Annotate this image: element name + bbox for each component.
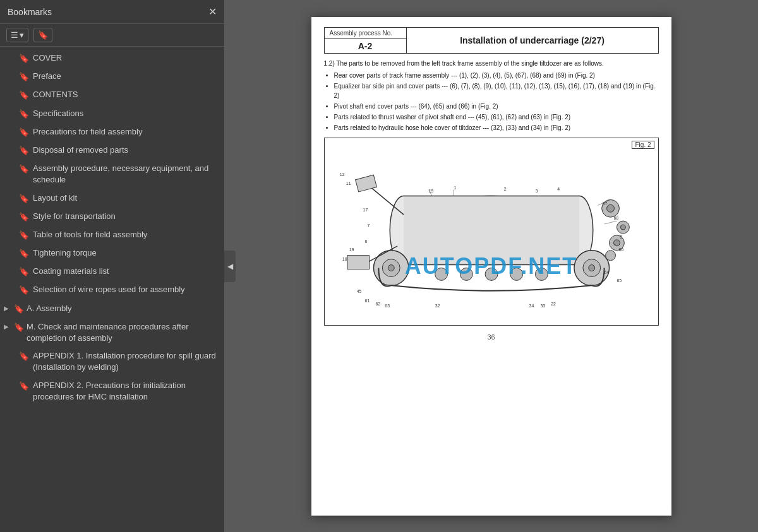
svg-point-22 [606, 204, 614, 212]
sidebar-item-appendix1[interactable]: 🔖 APPENDIX 1. Installation procedure for… [0, 347, 224, 376]
bullet-2: Equalizer bar side pin and cover parts -… [334, 81, 659, 100]
sidebar-item-style-transport[interactable]: 🔖 Style for transportation [0, 208, 224, 226]
sidebar-collapse-handle[interactable]: ◀ [224, 251, 236, 282]
sidebar-item-label: Disposal of removed parts [33, 145, 219, 156]
sidebar-item-label: CONTENTS [33, 89, 219, 100]
bookmark-view-button[interactable]: 🔖 [33, 28, 52, 42]
bullet-1: Rear cover parts of track frame assembly… [334, 71, 659, 80]
bookmark-icon-a-assembly: 🔖 [14, 304, 24, 315]
sidebar-item-label: Tightening torque [33, 247, 219, 259]
svg-text:3: 3 [535, 189, 538, 193]
expand-arrow-a-assembly: ▶ [4, 304, 11, 313]
sidebar-item-coating[interactable]: 🔖 Coating materials list [0, 263, 224, 281]
bookmark-icon-m-check: 🔖 [14, 322, 24, 333]
sidebar-item-label: A. Assembly [27, 303, 219, 314]
figure-diagram: 12 11 15 1 2 3 4 17 7 6 19 18 67 68 5 66… [328, 142, 654, 319]
sidebar-item-label: Specifications [33, 108, 219, 119]
sidebar-item-label: Precautions for field assembly [33, 126, 219, 138]
svg-text:17: 17 [363, 208, 368, 212]
sidebar-item-label: Preface [33, 71, 219, 82]
bookmark-icon-coating: 🔖 [19, 266, 29, 278]
svg-text:5: 5 [620, 234, 622, 239]
sidebar-item-contents[interactable]: 🔖 CONTENTS [0, 86, 224, 104]
sidebar-item-label: APPENDIX 1. Installation procedure for s… [33, 350, 219, 373]
bookmark-icon-disposal: 🔖 [19, 145, 29, 157]
sidebar-item-a-assembly[interactable]: ▶ 🔖 A. Assembly [0, 300, 224, 318]
sidebar-item-tightening-torque[interactable]: 🔖 Tightening torque [0, 244, 224, 263]
page-title: Installation of undercarriage (2/27) [406, 27, 658, 53]
svg-text:45: 45 [356, 289, 361, 293]
bookmark-icon-layout: 🔖 [19, 193, 29, 204]
doc-content: 1.2) The parts to be removed from the le… [324, 59, 659, 133]
svg-point-26 [613, 239, 620, 245]
svg-line-57 [604, 221, 617, 224]
sidebar-title: Bookmarks [8, 7, 52, 17]
bookmark-icon-tools: 🔖 [19, 230, 29, 241]
bookmark-icon-torque: 🔖 [19, 248, 29, 259]
expand-arrow-m-check: ▶ [4, 322, 11, 331]
sidebar-toolbar: ☰ ▾ 🔖 [0, 24, 224, 47]
close-button[interactable]: ✕ [208, 7, 217, 17]
bookmark-icon-cover: 🔖 [19, 53, 29, 64]
bookmark-icon-wire: 🔖 [19, 285, 29, 296]
sidebar-item-appendix2[interactable]: 🔖 APPENDIX 2. Precautions for initializa… [0, 377, 224, 406]
list-view-button[interactable]: ☰ ▾ [6, 28, 28, 42]
sidebar-item-preface[interactable]: 🔖 Preface [0, 68, 224, 86]
svg-text:19: 19 [349, 247, 354, 251]
assembly-header-table: Assembly process No. Installation of und… [324, 27, 659, 54]
content-intro: 1.2) The parts to be removed from the le… [324, 59, 659, 68]
sidebar-item-label: Style for transportation [33, 211, 219, 222]
dropdown-arrow-icon: ▾ [20, 30, 24, 40]
sidebar-item-disposal[interactable]: 🔖 Disposal of removed parts [0, 141, 224, 160]
bookmark-icon-precautions: 🔖 [19, 127, 29, 138]
svg-text:32: 32 [435, 304, 440, 308]
sidebar-item-m-check[interactable]: ▶ 🔖 M. Check and maintenance procedures … [0, 318, 224, 347]
svg-text:62: 62 [375, 302, 380, 306]
svg-text:18: 18 [342, 256, 347, 261]
svg-point-13 [460, 268, 472, 280]
svg-text:34: 34 [529, 304, 534, 308]
sidebar-item-precautions-field[interactable]: 🔖 Precautions for field assembly [0, 123, 224, 141]
sidebar-item-label: M. Check and maintenance procedures afte… [27, 321, 219, 344]
bookmark-icon-specifications: 🔖 [19, 109, 29, 120]
sidebar: Bookmarks ✕ ☰ ▾ 🔖 🔖 COVER 🔖 Preface 🔖 CO… [0, 0, 224, 532]
svg-point-24 [620, 225, 625, 230]
bullet-5: Parts related to hydraulic hose hole cov… [334, 123, 659, 133]
sidebar-item-wire-ropes[interactable]: 🔖 Selection of wire ropes used for assem… [0, 281, 224, 299]
bookmark-icon-preface: 🔖 [19, 71, 29, 83]
svg-text:7: 7 [367, 223, 370, 228]
sidebar-item-specifications[interactable]: 🔖 Specifications [0, 105, 224, 123]
sidebar-header: Bookmarks ✕ [0, 0, 224, 24]
svg-text:22: 22 [551, 302, 556, 306]
svg-text:1: 1 [454, 186, 456, 190]
figure-label: Fig. 2 [632, 141, 654, 149]
sidebar-item-label: COVER [33, 52, 219, 64]
sidebar-item-table-tools[interactable]: 🔖 Table of tools for field assembly [0, 226, 224, 244]
bookmark-icon-style: 🔖 [19, 211, 29, 223]
svg-text:4: 4 [557, 187, 560, 191]
sidebar-item-assembly-procedure[interactable]: 🔖 Assembly procedure, necessary equipmen… [0, 160, 224, 189]
sidebar-item-label: Selection of wire ropes used for assembl… [33, 284, 219, 295]
svg-point-16 [535, 268, 548, 280]
svg-point-12 [435, 268, 447, 280]
svg-text:11: 11 [346, 180, 351, 185]
process-label: Assembly process No. [324, 27, 406, 38]
svg-text:65: 65 [617, 278, 622, 283]
svg-text:6: 6 [364, 239, 367, 243]
sidebar-item-label: APPENDIX 2. Precautions for initializati… [33, 380, 219, 403]
bookmark-icon-assembly-procedure: 🔖 [19, 163, 29, 175]
sidebar-item-layout-kit[interactable]: 🔖 Layout of kit [0, 189, 224, 208]
page-number: 36 [324, 331, 659, 341]
figure-box: Fig. 2 [324, 138, 659, 326]
svg-text:66: 66 [618, 247, 623, 251]
svg-point-8 [388, 264, 394, 271]
sidebar-item-cover[interactable]: 🔖 COVER [0, 49, 224, 68]
svg-text:61: 61 [364, 299, 370, 303]
bookmark-list: 🔖 COVER 🔖 Preface 🔖 CONTENTS 🔖 Specifica… [0, 47, 224, 532]
bookmark-icon: 🔖 [38, 30, 48, 40]
svg-text:63: 63 [385, 304, 390, 308]
list-icon: ☰ [11, 30, 18, 40]
svg-rect-3 [404, 196, 579, 264]
svg-text:64: 64 [604, 270, 609, 275]
svg-point-27 [605, 250, 615, 260]
